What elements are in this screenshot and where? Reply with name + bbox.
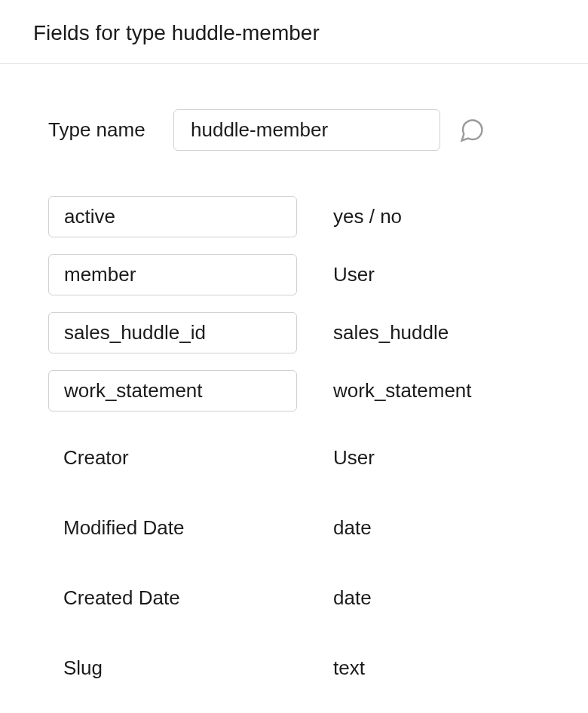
type-name-label: Type name	[48, 118, 173, 142]
header: Fields for type huddle-member	[0, 0, 588, 64]
editable-fields-section: yes / no User sales_huddle work_statemen…	[48, 196, 588, 412]
static-field-row: Slug text	[48, 647, 588, 689]
field-type-label: work_statement	[333, 379, 472, 402]
static-field-type: date	[333, 586, 372, 610]
static-field-type: date	[333, 516, 372, 540]
static-field-name: Created Date	[48, 577, 297, 619]
static-field-type: text	[333, 656, 365, 680]
field-name-input[interactable]	[48, 196, 297, 237]
field-name-input[interactable]	[48, 370, 297, 412]
type-name-row: Type name	[48, 109, 588, 151]
static-field-row: Created Date date	[48, 577, 588, 619]
field-name-input[interactable]	[48, 312, 297, 353]
field-row: yes / no	[48, 196, 588, 237]
field-row: work_statement	[48, 370, 588, 412]
type-name-input[interactable]	[173, 109, 440, 151]
comment-icon[interactable]	[458, 117, 485, 144]
page-title: Fields for type huddle-member	[33, 21, 588, 45]
field-row: sales_huddle	[48, 312, 588, 353]
field-type-label: sales_huddle	[333, 321, 449, 344]
page-container: Fields for type huddle-member Type name …	[0, 0, 588, 713]
content-area: Type name yes / no User sales_huddle	[0, 64, 588, 713]
field-name-input[interactable]	[48, 254, 297, 295]
static-field-row: Modified Date date	[48, 507, 588, 549]
static-field-name: Creator	[48, 437, 297, 479]
static-field-name: Modified Date	[48, 507, 297, 549]
field-type-label: yes / no	[333, 205, 402, 228]
field-type-label: User	[333, 263, 375, 286]
static-field-name: Slug	[48, 647, 297, 689]
static-fields-section: Creator User Modified Date date Created …	[48, 437, 588, 689]
static-field-row: Creator User	[48, 437, 588, 479]
static-field-type: User	[333, 446, 375, 470]
field-row: User	[48, 254, 588, 295]
